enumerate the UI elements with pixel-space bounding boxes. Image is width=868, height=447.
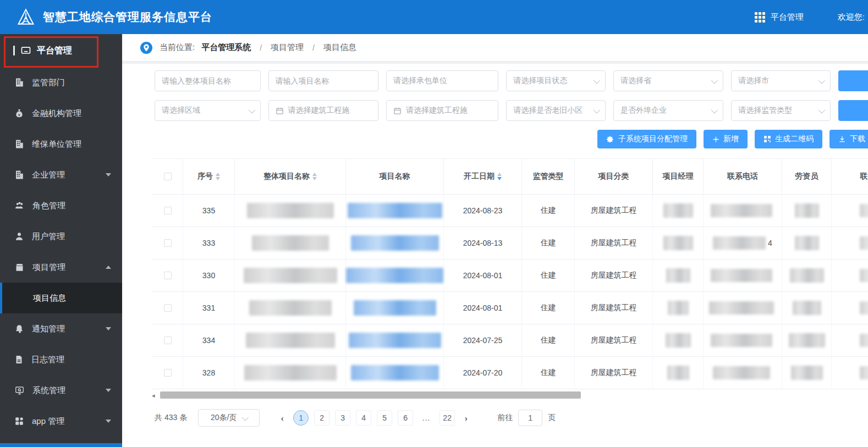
building-icon bbox=[14, 139, 24, 149]
overall-project-name-input[interactable] bbox=[155, 70, 261, 91]
supervision-type-select[interactable]: 请选择监管类型 bbox=[731, 100, 831, 121]
cell-start-date: 2024-08-01 bbox=[444, 260, 522, 291]
sort-icons[interactable] bbox=[497, 173, 502, 180]
row-checkbox[interactable] bbox=[164, 369, 172, 377]
sidebar-item-projects[interactable]: 项目管理 bbox=[0, 252, 122, 283]
city-select[interactable]: 请选择市 bbox=[731, 70, 831, 91]
reset-button-partial[interactable] bbox=[838, 100, 868, 121]
page-button-6[interactable]: 6 bbox=[398, 410, 413, 426]
generate-qrcode-button[interactable]: 生成二维码 bbox=[755, 130, 822, 148]
overall-project-name-field[interactable] bbox=[162, 76, 254, 85]
col-start-date[interactable]: 开工日期 bbox=[444, 159, 522, 194]
hscrollbar-thumb[interactable] bbox=[160, 391, 581, 399]
chevron-down-icon bbox=[818, 76, 826, 84]
header-nav-platform[interactable]: 平台管理 bbox=[771, 12, 804, 23]
breadcrumb-level2[interactable]: 项目信息 bbox=[323, 42, 356, 53]
cell-phone2-redacted bbox=[832, 227, 868, 259]
sidebar-item-supervision-dept[interactable]: 监管部门 bbox=[0, 67, 122, 98]
table-row[interactable]: 331 2024-08-01 住建 房屋建筑工程 bbox=[152, 292, 868, 324]
col-seq[interactable]: 序号 bbox=[183, 159, 235, 194]
scroll-left-arrow-icon[interactable]: ◂ bbox=[152, 392, 155, 399]
plus-icon bbox=[712, 136, 719, 143]
col-overall-name[interactable]: 整体项目名称 bbox=[235, 159, 346, 194]
table-row[interactable]: 333 2024-08-13 住建 房屋建筑工程 4 bbox=[152, 227, 868, 260]
cell-project-name-redacted[interactable] bbox=[346, 292, 444, 324]
build-date-start-picker[interactable]: 请选择建筑工程施 bbox=[268, 100, 378, 121]
cell-project-name-redacted[interactable] bbox=[346, 195, 444, 227]
province-placeholder: 请选择省 bbox=[620, 76, 651, 86]
cell-supervision: 住建 bbox=[522, 260, 575, 291]
cell-project-name-redacted[interactable] bbox=[346, 227, 444, 259]
sidebar-item-label: 用户管理 bbox=[32, 231, 65, 242]
table-hscrollbar[interactable]: ◂ bbox=[152, 391, 868, 399]
cell-labor-redacted bbox=[782, 324, 832, 356]
table-row[interactable]: 335 2024-08-23 住建 房屋建筑工程 bbox=[152, 195, 868, 227]
search-button-partial[interactable] bbox=[838, 70, 868, 91]
table-row[interactable]: 334 2024-07-25 住建 房屋建筑工程 bbox=[152, 324, 868, 357]
cell-labor-redacted bbox=[782, 357, 832, 389]
goto-page-input[interactable] bbox=[518, 410, 542, 426]
sidebar-item-users[interactable]: 用户管理 bbox=[0, 221, 122, 252]
cell-phone-redacted bbox=[704, 357, 782, 389]
project-name-input[interactable] bbox=[268, 70, 378, 91]
chevron-down-icon bbox=[106, 327, 111, 330]
subsystem-assign-button[interactable]: 子系统项目分配管理 bbox=[597, 130, 696, 148]
page-size-select[interactable]: 20条/页 bbox=[198, 409, 260, 427]
external-enterprise-select[interactable]: 是否外埠企业 bbox=[613, 100, 723, 121]
row-checkbox[interactable] bbox=[164, 272, 172, 279]
sidebar-item-label: 日志管理 bbox=[31, 355, 64, 365]
row-checkbox[interactable] bbox=[164, 239, 172, 247]
page-button-22[interactable]: 22 bbox=[440, 410, 455, 426]
row-checkbox[interactable] bbox=[164, 336, 172, 344]
col-project-name: 项目名称 bbox=[346, 159, 444, 194]
sidebar-item-financial-institution[interactable]: 金融机构管理 bbox=[0, 98, 122, 129]
sidebar-item-roles[interactable]: 角色管理 bbox=[0, 190, 122, 221]
prev-page-button[interactable]: ‹ bbox=[274, 410, 290, 426]
cell-project-name-redacted[interactable] bbox=[346, 357, 444, 389]
cell-phone-redacted bbox=[704, 260, 782, 291]
build-date-end-placeholder: 请选择建筑工程施 bbox=[406, 106, 468, 115]
sidebar-item-maintenance-unit[interactable]: 维保单位管理 bbox=[0, 129, 122, 159]
sidebar-item-enterprise[interactable]: 企业管理 bbox=[0, 159, 122, 190]
page-button-1[interactable]: 1 bbox=[293, 410, 309, 426]
apps-grid-icon[interactable] bbox=[755, 12, 765, 23]
sidebar-item-app[interactable]: app 管理 bbox=[0, 406, 122, 437]
select-all-checkbox[interactable] bbox=[164, 173, 172, 180]
page-button-3[interactable]: 3 bbox=[335, 410, 350, 426]
cell-project-name-redacted[interactable] bbox=[346, 260, 444, 291]
sort-icons[interactable] bbox=[312, 173, 317, 180]
row-checkbox[interactable] bbox=[164, 207, 172, 214]
sidebar-item-system[interactable]: 系统管理 bbox=[0, 375, 122, 406]
cell-project-name-redacted[interactable] bbox=[346, 324, 444, 356]
sidebar-item-label: 维保单位管理 bbox=[32, 139, 81, 150]
region-select[interactable]: 请选择区域 bbox=[155, 100, 261, 121]
page-button-4[interactable]: 4 bbox=[356, 410, 371, 426]
row-checkbox[interactable] bbox=[164, 304, 172, 312]
table-row[interactable]: 330 2024-08-01 住建 房屋建筑工程 bbox=[152, 260, 868, 292]
page-ellipsis[interactable]: ... bbox=[419, 410, 434, 426]
sidebar-header-platform[interactable]: 平台管理 bbox=[0, 34, 122, 67]
roles-icon bbox=[14, 201, 25, 211]
page-button-5[interactable]: 5 bbox=[377, 410, 392, 426]
breadcrumb-level1[interactable]: 项目管理 bbox=[271, 42, 304, 53]
build-date-end-picker[interactable]: 请选择建筑工程施 bbox=[386, 100, 498, 121]
sidebar-subitem-project-info[interactable]: 项目信息 bbox=[0, 283, 122, 313]
table-row[interactable]: 328 2024-07-20 住建 房屋建筑工程 bbox=[152, 357, 868, 389]
sidebar-item-logs[interactable]: 日志管理 bbox=[0, 344, 122, 375]
download-button[interactable]: 下载 bbox=[829, 130, 868, 148]
sort-icons[interactable] bbox=[216, 173, 220, 180]
next-page-button[interactable]: › bbox=[458, 410, 474, 426]
download-icon bbox=[838, 135, 846, 143]
old-district-select[interactable]: 请选择是否老旧小区 bbox=[506, 100, 606, 121]
project-name-field[interactable] bbox=[276, 76, 371, 85]
project-status-select[interactable]: 请选择项目状态 bbox=[506, 70, 606, 91]
content-panel: 请选择承包单位 请选择项目状态 请选择省 请选择市 请选择区域 bbox=[122, 64, 868, 447]
add-button[interactable]: 新增 bbox=[704, 130, 748, 148]
province-select[interactable]: 请选择省 bbox=[613, 70, 723, 91]
cell-seq: 334 bbox=[183, 324, 235, 356]
contractor-select[interactable]: 请选择承包单位 bbox=[386, 70, 498, 91]
city-placeholder: 请选择市 bbox=[738, 76, 769, 86]
breadcrumb-root[interactable]: 平台管理系统 bbox=[201, 42, 251, 53]
page-button-2[interactable]: 2 bbox=[314, 410, 329, 426]
sidebar-item-notifications[interactable]: 通知管理 bbox=[0, 313, 122, 344]
